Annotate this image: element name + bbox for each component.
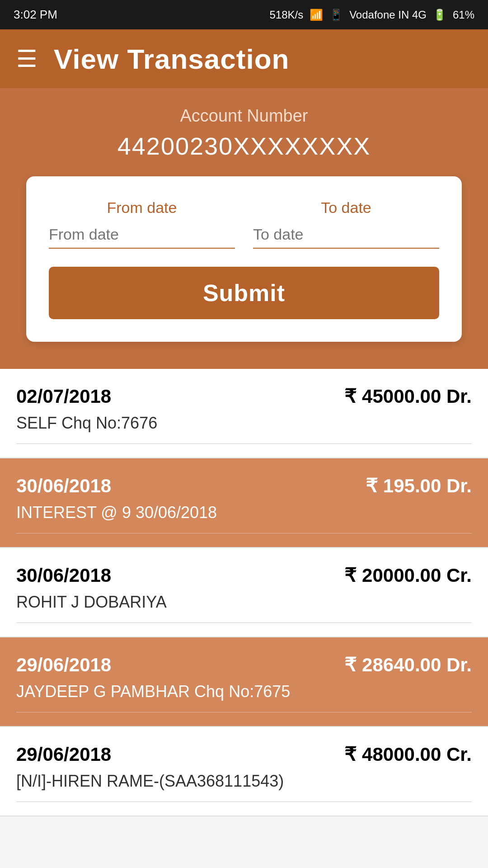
account-section: Account Number 44200230XXXXXXXX From dat… <box>0 88 488 342</box>
transaction-date: 30/06/2018 <box>16 565 111 586</box>
transaction-item[interactable]: 30/06/2018₹ 20000.00 Cr.ROHIT J DOBARIYA <box>0 548 488 637</box>
transaction-description: ROHIT J DOBARIYA <box>16 593 472 612</box>
transaction-amount: ₹ 45000.00 Dr. <box>344 385 472 407</box>
account-label: Account Number <box>14 106 474 126</box>
transaction-date: 29/06/2018 <box>16 654 111 676</box>
page-title: View Transaction <box>54 43 289 75</box>
transaction-description: JAYDEEP G PAMBHAR Chq No:7675 <box>16 682 472 701</box>
transaction-date: 02/07/2018 <box>16 386 111 407</box>
transaction-description: SELF Chq No:7676 <box>16 414 472 433</box>
from-date-input[interactable] <box>49 221 235 249</box>
transaction-top-row: 29/06/2018₹ 48000.00 Cr. <box>16 743 472 765</box>
from-date-field: From date <box>49 199 235 249</box>
app-header: ☰ View Transaction <box>0 29 488 88</box>
status-bar: 3:02 PM 518K/s 📶 📱 Vodafone IN 4G 🔋 61% <box>0 0 488 29</box>
wifi-icon: 📶 <box>310 9 323 21</box>
transaction-amount: ₹ 48000.00 Cr. <box>344 743 472 765</box>
transaction-item[interactable]: 30/06/2018₹ 195.00 Dr.INTEREST @ 9 30/06… <box>0 458 488 548</box>
transaction-divider <box>16 623 472 623</box>
transaction-date: 30/06/2018 <box>16 475 111 497</box>
transaction-divider <box>16 712 472 712</box>
transaction-amount: ₹ 20000.00 Cr. <box>344 564 472 586</box>
transaction-item[interactable]: 29/06/2018₹ 48000.00 Cr.[N/I]-HIREN RAME… <box>0 727 488 816</box>
signal-icon: 📱 <box>329 9 343 21</box>
transaction-amount: ₹ 28640.00 Dr. <box>344 654 472 676</box>
transaction-amount: ₹ 195.00 Dr. <box>366 475 472 497</box>
transaction-date: 29/06/2018 <box>16 744 111 765</box>
transaction-divider <box>16 802 472 802</box>
status-time: 3:02 PM <box>14 8 57 22</box>
from-date-label: From date <box>49 199 235 217</box>
menu-button[interactable]: ☰ <box>16 47 38 71</box>
status-right: 518K/s 📶 📱 Vodafone IN 4G 🔋 61% <box>269 9 474 21</box>
carrier-name: Vodafone IN 4G <box>349 9 427 21</box>
transaction-top-row: 02/07/2018₹ 45000.00 Dr. <box>16 385 472 407</box>
to-date-field: To date <box>253 199 439 249</box>
transaction-top-row: 30/06/2018₹ 195.00 Dr. <box>16 475 472 497</box>
account-section-bg-bottom <box>0 342 488 369</box>
transaction-description: [N/I]-HIREN RAME-(SAA368111543) <box>16 772 472 791</box>
transaction-item[interactable]: 29/06/2018₹ 28640.00 Dr.JAYDEEP G PAMBHA… <box>0 637 488 727</box>
to-date-label: To date <box>253 199 439 217</box>
transaction-divider <box>16 533 472 533</box>
transaction-item[interactable]: 02/07/2018₹ 45000.00 Dr.SELF Chq No:7676 <box>0 369 488 458</box>
status-speed: 518K/s <box>269 9 303 21</box>
submit-button[interactable]: Submit <box>49 267 439 319</box>
transaction-top-row: 29/06/2018₹ 28640.00 Dr. <box>16 654 472 676</box>
account-number: 44200230XXXXXXXX <box>14 132 474 160</box>
filter-card: From date To date Submit <box>26 176 462 342</box>
battery-icon: 🔋 <box>433 9 446 21</box>
transaction-description: INTEREST @ 9 30/06/2018 <box>16 503 472 522</box>
transaction-top-row: 30/06/2018₹ 20000.00 Cr. <box>16 564 472 586</box>
transaction-divider <box>16 443 472 444</box>
transaction-list: 02/07/2018₹ 45000.00 Dr.SELF Chq No:7676… <box>0 369 488 816</box>
date-row: From date To date <box>49 199 439 249</box>
battery-level: 61% <box>453 9 474 21</box>
to-date-input[interactable] <box>253 221 439 249</box>
